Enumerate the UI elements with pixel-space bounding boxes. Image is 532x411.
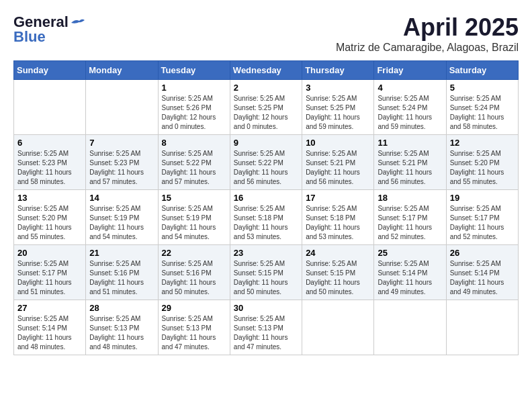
week-row-3: 13Sunrise: 5:25 AM Sunset: 5:20 PM Dayli…: [14, 190, 519, 245]
logo-bird-icon: [70, 17, 85, 28]
weekday-header-row: SundayMondayTuesdayWednesdayThursdayFrid…: [14, 61, 519, 80]
weekday-header-friday: Friday: [374, 61, 446, 80]
weekday-header-thursday: Thursday: [302, 61, 374, 80]
day-number: 22: [162, 248, 226, 258]
day-number: 30: [234, 303, 298, 313]
day-info: Sunrise: 5:25 AM Sunset: 5:18 PM Dayligh…: [306, 204, 370, 242]
page-header: General Blue April 2025 Matriz de Camara…: [13, 13, 519, 54]
calendar-table: SundayMondayTuesdayWednesdayThursdayFrid…: [13, 60, 519, 355]
day-info: Sunrise: 5:25 AM Sunset: 5:15 PM Dayligh…: [234, 259, 298, 297]
day-number: 1: [162, 83, 226, 93]
day-info: Sunrise: 5:25 AM Sunset: 5:24 PM Dayligh…: [378, 94, 442, 132]
week-row-2: 6Sunrise: 5:25 AM Sunset: 5:23 PM Daylig…: [14, 135, 519, 190]
day-cell: 21Sunrise: 5:25 AM Sunset: 5:16 PM Dayli…: [86, 245, 158, 300]
day-number: 5: [450, 83, 515, 93]
day-info: Sunrise: 5:25 AM Sunset: 5:14 PM Dayligh…: [17, 314, 82, 352]
day-number: 21: [89, 248, 154, 258]
day-info: Sunrise: 5:25 AM Sunset: 5:14 PM Dayligh…: [378, 259, 442, 297]
day-cell: [302, 300, 374, 355]
day-cell: 11Sunrise: 5:25 AM Sunset: 5:21 PM Dayli…: [374, 135, 446, 190]
day-cell: 22Sunrise: 5:25 AM Sunset: 5:16 PM Dayli…: [158, 245, 230, 300]
logo-blue: Blue: [13, 28, 46, 46]
day-cell: 7Sunrise: 5:25 AM Sunset: 5:23 PM Daylig…: [86, 135, 158, 190]
weekday-header-tuesday: Tuesday: [158, 61, 230, 80]
month-title: April 2025: [336, 13, 519, 42]
day-info: Sunrise: 5:25 AM Sunset: 5:26 PM Dayligh…: [162, 94, 226, 132]
day-number: 9: [234, 138, 298, 148]
day-cell: 25Sunrise: 5:25 AM Sunset: 5:14 PM Dayli…: [374, 245, 446, 300]
day-cell: 27Sunrise: 5:25 AM Sunset: 5:14 PM Dayli…: [14, 300, 86, 355]
day-number: 26: [450, 248, 515, 258]
day-cell: 16Sunrise: 5:25 AM Sunset: 5:18 PM Dayli…: [230, 190, 302, 245]
day-number: 12: [450, 138, 515, 148]
day-info: Sunrise: 5:25 AM Sunset: 5:17 PM Dayligh…: [378, 204, 442, 242]
day-info: Sunrise: 5:25 AM Sunset: 5:23 PM Dayligh…: [89, 149, 154, 187]
weekday-header-sunday: Sunday: [14, 61, 86, 80]
day-info: Sunrise: 5:25 AM Sunset: 5:17 PM Dayligh…: [17, 259, 82, 297]
day-cell: [86, 80, 158, 135]
day-number: 23: [234, 248, 298, 258]
weekday-header-saturday: Saturday: [446, 61, 518, 80]
day-cell: 9Sunrise: 5:25 AM Sunset: 5:22 PM Daylig…: [230, 135, 302, 190]
day-number: 10: [306, 138, 370, 148]
weekday-header-monday: Monday: [86, 61, 158, 80]
day-number: 13: [17, 193, 82, 203]
day-info: Sunrise: 5:25 AM Sunset: 5:16 PM Dayligh…: [162, 259, 226, 297]
day-number: 24: [306, 248, 370, 258]
day-number: 11: [378, 138, 442, 148]
day-cell: 15Sunrise: 5:25 AM Sunset: 5:19 PM Dayli…: [158, 190, 230, 245]
day-cell: 3Sunrise: 5:25 AM Sunset: 5:25 PM Daylig…: [302, 80, 374, 135]
day-info: Sunrise: 5:25 AM Sunset: 5:23 PM Dayligh…: [17, 149, 82, 187]
day-number: 2: [234, 83, 298, 93]
location-title: Matriz de Camaragibe, Alagoas, Brazil: [336, 42, 519, 54]
day-number: 8: [162, 138, 226, 148]
day-number: 20: [17, 248, 82, 258]
day-number: 6: [17, 138, 82, 148]
day-info: Sunrise: 5:25 AM Sunset: 5:25 PM Dayligh…: [234, 94, 298, 132]
day-number: 17: [306, 193, 370, 203]
day-info: Sunrise: 5:25 AM Sunset: 5:16 PM Dayligh…: [89, 259, 154, 297]
week-row-1: 1Sunrise: 5:25 AM Sunset: 5:26 PM Daylig…: [14, 80, 519, 135]
day-number: 4: [378, 83, 442, 93]
day-info: Sunrise: 5:25 AM Sunset: 5:20 PM Dayligh…: [17, 204, 82, 242]
day-cell: 10Sunrise: 5:25 AM Sunset: 5:21 PM Dayli…: [302, 135, 374, 190]
day-cell: 20Sunrise: 5:25 AM Sunset: 5:17 PM Dayli…: [14, 245, 86, 300]
day-cell: 2Sunrise: 5:25 AM Sunset: 5:25 PM Daylig…: [230, 80, 302, 135]
day-number: 25: [378, 248, 442, 258]
day-cell: 28Sunrise: 5:25 AM Sunset: 5:13 PM Dayli…: [86, 300, 158, 355]
day-number: 16: [234, 193, 298, 203]
day-cell: 6Sunrise: 5:25 AM Sunset: 5:23 PM Daylig…: [14, 135, 86, 190]
day-number: 15: [162, 193, 226, 203]
day-cell: 13Sunrise: 5:25 AM Sunset: 5:20 PM Dayli…: [14, 190, 86, 245]
day-number: 14: [89, 193, 154, 203]
day-info: Sunrise: 5:25 AM Sunset: 5:22 PM Dayligh…: [234, 149, 298, 187]
day-info: Sunrise: 5:25 AM Sunset: 5:14 PM Dayligh…: [450, 259, 515, 297]
day-cell: 8Sunrise: 5:25 AM Sunset: 5:22 PM Daylig…: [158, 135, 230, 190]
day-number: 27: [17, 303, 82, 313]
day-number: 29: [162, 303, 226, 313]
day-info: Sunrise: 5:25 AM Sunset: 5:13 PM Dayligh…: [162, 314, 226, 352]
day-info: Sunrise: 5:25 AM Sunset: 5:24 PM Dayligh…: [450, 94, 515, 132]
day-cell: 4Sunrise: 5:25 AM Sunset: 5:24 PM Daylig…: [374, 80, 446, 135]
day-cell: 30Sunrise: 5:25 AM Sunset: 5:13 PM Dayli…: [230, 300, 302, 355]
title-area: April 2025 Matriz de Camaragibe, Alagoas…: [336, 13, 519, 54]
day-info: Sunrise: 5:25 AM Sunset: 5:21 PM Dayligh…: [378, 149, 442, 187]
day-info: Sunrise: 5:25 AM Sunset: 5:15 PM Dayligh…: [306, 259, 370, 297]
week-row-5: 27Sunrise: 5:25 AM Sunset: 5:14 PM Dayli…: [14, 300, 519, 355]
day-info: Sunrise: 5:25 AM Sunset: 5:22 PM Dayligh…: [162, 149, 226, 187]
day-cell: 26Sunrise: 5:25 AM Sunset: 5:14 PM Dayli…: [446, 245, 518, 300]
day-info: Sunrise: 5:25 AM Sunset: 5:20 PM Dayligh…: [450, 149, 515, 187]
day-info: Sunrise: 5:25 AM Sunset: 5:19 PM Dayligh…: [89, 204, 154, 242]
day-cell: 24Sunrise: 5:25 AM Sunset: 5:15 PM Dayli…: [302, 245, 374, 300]
day-cell: 14Sunrise: 5:25 AM Sunset: 5:19 PM Dayli…: [86, 190, 158, 245]
weekday-header-wednesday: Wednesday: [230, 61, 302, 80]
day-cell: 5Sunrise: 5:25 AM Sunset: 5:24 PM Daylig…: [446, 80, 518, 135]
day-number: 19: [450, 193, 515, 203]
week-row-4: 20Sunrise: 5:25 AM Sunset: 5:17 PM Dayli…: [14, 245, 519, 300]
day-cell: 23Sunrise: 5:25 AM Sunset: 5:15 PM Dayli…: [230, 245, 302, 300]
day-cell: [14, 80, 86, 135]
day-cell: 29Sunrise: 5:25 AM Sunset: 5:13 PM Dayli…: [158, 300, 230, 355]
day-cell: 17Sunrise: 5:25 AM Sunset: 5:18 PM Dayli…: [302, 190, 374, 245]
day-cell: [374, 300, 446, 355]
day-info: Sunrise: 5:25 AM Sunset: 5:18 PM Dayligh…: [234, 204, 298, 242]
